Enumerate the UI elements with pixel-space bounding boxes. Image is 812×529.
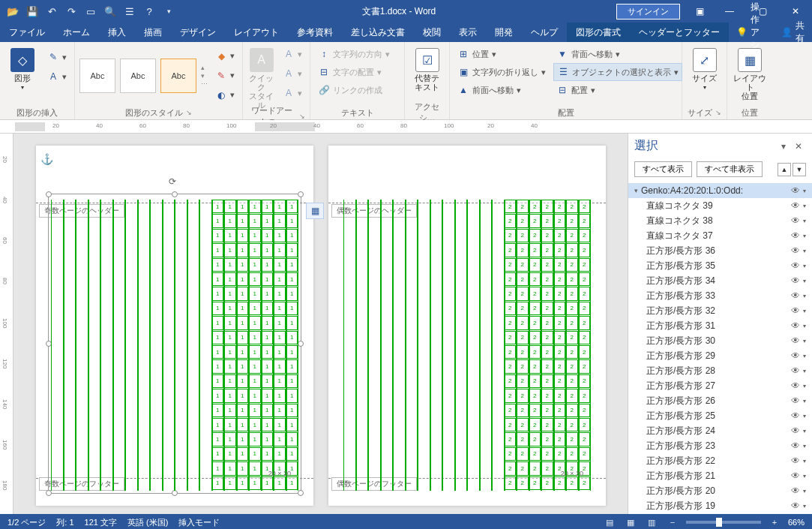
visibility-icon[interactable]: 👁 — [788, 200, 803, 211]
status-lang[interactable]: 英語 (米国) — [127, 517, 168, 528]
item-menu-icon[interactable]: ▾ — [803, 263, 806, 269]
item-menu-icon[interactable]: ▾ — [803, 428, 806, 434]
tab-header-footer[interactable]: ヘッダーとフッター — [630, 23, 729, 42]
visibility-icon[interactable]: 👁 — [788, 365, 803, 376]
show-all-button[interactable]: すべて表示 — [634, 161, 692, 177]
item-menu-icon[interactable]: ▾ — [803, 338, 806, 344]
item-menu-icon[interactable]: ▾ — [803, 308, 806, 314]
item-menu-icon[interactable]: ▾ — [803, 293, 806, 299]
visibility-icon[interactable]: 👁 — [788, 305, 803, 316]
qat-icon[interactable]: ▭ — [82, 3, 99, 20]
send-backward-button[interactable]: ▼背面へ移動 ▾ — [553, 45, 682, 63]
read-mode-icon[interactable]: ▤ — [602, 518, 617, 527]
wordart-launcher-icon[interactable]: ↘ — [299, 113, 305, 120]
item-menu-icon[interactable]: ▾ — [803, 248, 806, 254]
visibility-icon[interactable]: 👁 — [788, 320, 803, 331]
selection-item[interactable]: 直線コネクタ 37👁▾ — [628, 228, 812, 243]
selection-item[interactable]: 正方形/長方形 29👁▾ — [628, 348, 812, 363]
tab-home[interactable]: ホーム — [54, 23, 99, 42]
ruler-icon[interactable]: ☰ — [121, 3, 138, 20]
text-fill-button[interactable]: A▾ — [280, 45, 305, 63]
visibility-icon[interactable]: 👁 — [788, 500, 803, 511]
item-menu-icon[interactable]: ▾ — [803, 473, 806, 479]
save-icon[interactable]: 💾 — [24, 3, 40, 20]
selection-item[interactable]: 正方形/長方形 28👁▾ — [628, 363, 812, 378]
style-more-icon[interactable]: ⋯ — [201, 80, 208, 88]
zoom-out-icon[interactable]: − — [665, 518, 680, 527]
tab-help[interactable]: ヘルプ — [522, 23, 567, 42]
web-layout-icon[interactable]: ▥ — [644, 518, 659, 527]
item-menu-icon[interactable]: ▾ — [803, 233, 806, 239]
tab-draw[interactable]: 描画 — [135, 23, 171, 42]
visibility-icon[interactable]: 👁 — [788, 455, 803, 466]
help-icon[interactable]: ? — [141, 3, 157, 20]
selection-item[interactable]: 正方形/長方形 33👁▾ — [628, 288, 812, 303]
zoom-in-icon[interactable]: + — [767, 518, 782, 527]
item-menu-icon[interactable]: ▾ — [803, 503, 806, 509]
handle-ne[interactable] — [298, 191, 304, 197]
item-menu-icon[interactable]: ▾ — [803, 218, 806, 224]
position-button[interactable]: ⊞位置 ▾ — [454, 45, 549, 63]
status-column[interactable]: 列: 1 — [56, 517, 73, 528]
hide-all-button[interactable]: すべて非表示 — [697, 161, 763, 177]
pane-dropdown-icon[interactable]: ▾ — [776, 141, 791, 152]
signin-button[interactable]: サインイン — [616, 4, 680, 20]
selection-item[interactable]: 正方形/長方形 27👁▾ — [628, 378, 812, 393]
status-mode[interactable]: 挿入モード — [178, 517, 220, 528]
item-menu-icon[interactable]: ▾ — [803, 398, 806, 404]
selection-item[interactable]: 正方形/長方形 22👁▾ — [628, 453, 812, 468]
tab-layout[interactable]: レイアウト — [225, 23, 288, 42]
item-menu-icon[interactable]: ▾ — [803, 353, 806, 359]
quick-style-button[interactable]: A クイック スタイル — [247, 45, 275, 110]
selection-item[interactable]: 正方形/長方形 21👁▾ — [628, 468, 812, 483]
visibility-icon[interactable]: 👁 — [788, 410, 803, 421]
tab-design[interactable]: デザイン — [171, 23, 225, 42]
item-menu-icon[interactable]: ▾ — [803, 278, 806, 284]
item-menu-icon[interactable]: ▾ — [803, 413, 806, 419]
preview-icon[interactable]: 🔍 — [102, 3, 118, 20]
redo-icon[interactable]: ↷ — [63, 3, 79, 20]
edit-shape-button[interactable]: ✎▾ — [44, 48, 70, 66]
vertical-ruler[interactable]: 20406080100120140160180 — [0, 134, 13, 514]
shape-style-2[interactable]: Abc — [120, 59, 156, 93]
layout-options-icon[interactable]: ▦ — [306, 203, 324, 219]
item-menu-icon[interactable]: ▾ — [803, 203, 806, 209]
style-down-icon[interactable]: ▾ — [201, 72, 208, 80]
selection-item[interactable]: 正方形/長方形 35👁▾ — [628, 258, 812, 273]
horizontal-ruler[interactable]: 20406080100204060801002040 — [0, 120, 812, 134]
handle-sw[interactable] — [46, 490, 52, 496]
shape-outline-button[interactable]: ✎▾ — [212, 67, 238, 85]
visibility-icon[interactable]: 👁 — [788, 230, 803, 241]
selection-item[interactable]: 正方形/長方形 26👁▾ — [628, 393, 812, 408]
bring-forward-button[interactable]: ▲前面へ移動 ▾ — [454, 81, 549, 99]
tab-insert[interactable]: 挿入 — [99, 23, 135, 42]
selection-item-root[interactable]: ▾Genko:A4:20:20:L:0:Odd:👁▾ — [628, 183, 812, 198]
share-button[interactable]: 👤共有 — [774, 23, 812, 42]
handle-s[interactable] — [172, 490, 178, 496]
style-up-icon[interactable]: ▴ — [201, 64, 208, 71]
visibility-icon[interactable]: 👁 — [788, 380, 803, 391]
print-layout-icon[interactable]: ▦ — [623, 518, 638, 527]
selection-item[interactable]: 正方形/長方形 36👁▾ — [628, 243, 812, 258]
tell-me[interactable]: 💡操作アシス — [729, 23, 774, 42]
visibility-icon[interactable]: 👁 — [788, 395, 803, 406]
visibility-icon[interactable]: 👁 — [788, 485, 803, 496]
visibility-icon[interactable]: 👁 — [788, 245, 803, 256]
size-button[interactable]: ⤢ サイズ▾ — [687, 45, 722, 91]
visibility-icon[interactable]: 👁 — [788, 215, 803, 226]
selection-item[interactable]: 正方形/長方形 32👁▾ — [628, 303, 812, 318]
text-align-button[interactable]: ⊟文字の配置 ▾ — [315, 63, 393, 81]
visibility-icon[interactable]: 👁 — [788, 350, 803, 361]
minimize-button[interactable]: — — [713, 0, 746, 23]
text-outline-button[interactable]: A▾ — [280, 65, 305, 83]
selection-item[interactable]: 正方形/長方形 20👁▾ — [628, 483, 812, 498]
shape-fill-button[interactable]: ◆▾ — [212, 47, 238, 65]
styles-launcher-icon[interactable]: ↘ — [186, 109, 192, 116]
handle-n[interactable] — [172, 191, 178, 197]
status-page[interactable]: 1/2 ページ — [7, 517, 46, 528]
selection-item[interactable]: 正方形/長方形 24👁▾ — [628, 423, 812, 438]
visibility-icon[interactable]: 👁 — [788, 275, 803, 286]
item-menu-icon[interactable]: ▾ — [803, 323, 806, 329]
size-launcher-icon[interactable]: ↘ — [715, 109, 721, 116]
status-words[interactable]: 121 文字 — [85, 517, 117, 528]
